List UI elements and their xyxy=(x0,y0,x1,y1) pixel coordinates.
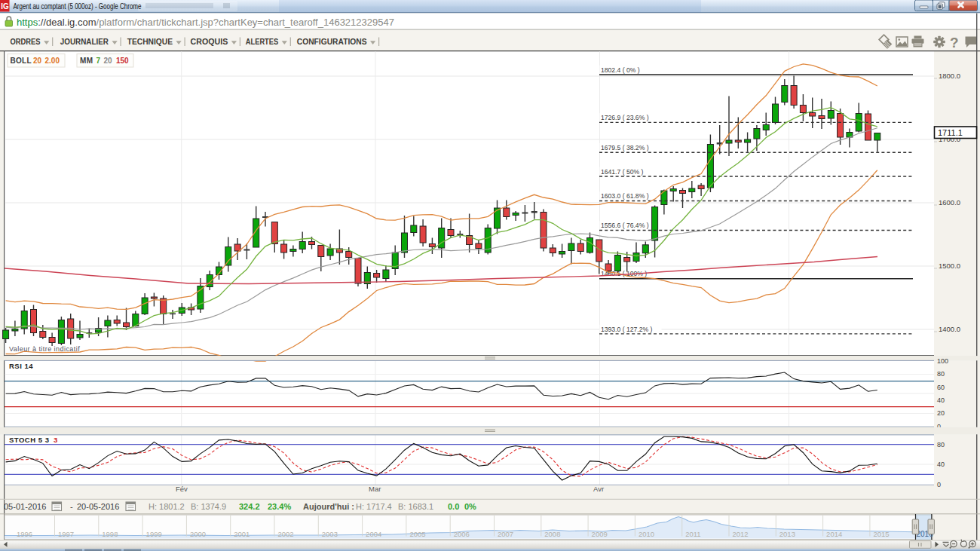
svg-text:2000: 2000 xyxy=(190,530,206,538)
svg-text:20: 20 xyxy=(33,57,42,65)
svg-text:20: 20 xyxy=(104,57,113,65)
svg-text:B: 1683.1: B: 1683.1 xyxy=(398,502,433,511)
svg-text:2009: 2009 xyxy=(592,530,608,538)
svg-text:40: 40 xyxy=(937,461,945,468)
svg-text:1641.7 ( 50% ): 1641.7 ( 50% ) xyxy=(601,168,644,176)
svg-text:Valeur à titre indicatif: Valeur à titre indicatif xyxy=(9,345,80,353)
svg-text:2001: 2001 xyxy=(234,530,250,538)
svg-text:1711.1: 1711.1 xyxy=(938,128,963,137)
svg-text:2002: 2002 xyxy=(278,530,294,538)
svg-text:https://deal.ig.com/platform/c: https://deal.ig.com/platform/chart/tickc… xyxy=(17,17,394,28)
svg-text:JOURNALIER: JOURNALIER xyxy=(60,37,109,46)
svg-text:TECHNIQUE: TECHNIQUE xyxy=(127,37,173,46)
svg-text:2012: 2012 xyxy=(733,530,749,538)
svg-text:?: ? xyxy=(950,35,959,51)
svg-text:RSI 14: RSI 14 xyxy=(9,362,33,370)
svg-text:2014: 2014 xyxy=(826,530,842,538)
svg-text:1802.4 ( 0% ): 1802.4 ( 0% ) xyxy=(601,66,640,74)
svg-text:H: 1717.4: H: 1717.4 xyxy=(356,502,392,511)
svg-text:0: 0 xyxy=(937,481,941,488)
svg-text:1400.0: 1400.0 xyxy=(939,325,960,333)
svg-text:STOCH 5 3: STOCH 5 3 xyxy=(9,436,49,444)
svg-text:3: 3 xyxy=(54,436,57,444)
svg-text:2011: 2011 xyxy=(685,530,700,538)
svg-text:Aujourd'hui :: Aujourd'hui : xyxy=(303,502,354,511)
svg-text:40: 40 xyxy=(937,396,945,404)
svg-text:2007: 2007 xyxy=(498,530,513,538)
svg-text:2.00: 2.00 xyxy=(45,57,60,65)
svg-text:2008: 2008 xyxy=(544,530,560,538)
svg-text:1999: 1999 xyxy=(146,530,162,538)
svg-text:1679.5 ( 38.2% ): 1679.5 ( 38.2% ) xyxy=(601,144,649,152)
svg-text:1996: 1996 xyxy=(17,530,32,538)
svg-text:1726.9 ( 23.6% ): 1726.9 ( 23.6% ) xyxy=(601,114,649,121)
svg-text:60: 60 xyxy=(937,384,945,391)
svg-text:BOLL: BOLL xyxy=(11,57,32,65)
svg-text:20-05-2016: 20-05-2016 xyxy=(77,502,119,511)
svg-text:2013: 2013 xyxy=(779,530,795,538)
svg-text:2010: 2010 xyxy=(639,530,654,538)
svg-text:0.0: 0.0 xyxy=(448,502,459,511)
svg-text:1603.0 ( 61.8% ): 1603.0 ( 61.8% ) xyxy=(601,192,649,200)
svg-text:2015: 2015 xyxy=(873,530,889,538)
svg-text:1997: 1997 xyxy=(58,530,74,538)
svg-text:23.4%: 23.4% xyxy=(268,502,291,511)
svg-text:2006: 2006 xyxy=(454,530,470,538)
svg-text:100: 100 xyxy=(937,357,948,365)
svg-text:0%: 0% xyxy=(464,502,476,511)
svg-text:1998: 1998 xyxy=(102,530,118,538)
svg-text:05-01-2016: 05-01-2016 xyxy=(4,502,46,511)
svg-text:1800.0: 1800.0 xyxy=(939,72,960,80)
svg-text:ALERTES: ALERTES xyxy=(246,37,278,46)
svg-text:150: 150 xyxy=(116,57,129,65)
svg-text:H: 1801.2: H: 1801.2 xyxy=(149,502,185,511)
svg-text:1500.0: 1500.0 xyxy=(939,262,960,270)
svg-text:324.2: 324.2 xyxy=(239,502,260,511)
svg-text:1556.6 ( 76.4% ): 1556.6 ( 76.4% ) xyxy=(601,222,649,229)
svg-text:Avr: Avr xyxy=(593,485,604,493)
svg-text:80: 80 xyxy=(937,441,945,448)
svg-text:CONFIGURATIONS: CONFIGURATIONS xyxy=(297,37,367,46)
svg-text:Mar: Mar xyxy=(369,485,381,493)
svg-text:MM: MM xyxy=(80,57,93,65)
svg-text:7: 7 xyxy=(96,57,101,65)
svg-text:Fév: Fév xyxy=(176,485,188,493)
svg-text:2004: 2004 xyxy=(366,530,381,538)
svg-text:Argent au comptant (5 000oz) -: Argent au comptant (5 000oz) - Google Ch… xyxy=(14,2,142,11)
svg-text:CROQUIS: CROQUIS xyxy=(191,37,228,46)
svg-text:1600.0: 1600.0 xyxy=(939,198,960,207)
svg-text:-: - xyxy=(70,502,73,511)
svg-text:2003: 2003 xyxy=(322,530,338,538)
svg-text:IG: IG xyxy=(1,2,9,11)
svg-text:2005: 2005 xyxy=(409,530,425,538)
svg-text:B: 1374.9: B: 1374.9 xyxy=(191,502,226,511)
svg-text:80: 80 xyxy=(937,370,945,378)
svg-text:1393.0 ( 127.2% ): 1393.0 ( 127.2% ) xyxy=(601,326,652,333)
svg-text:ORDRES: ORDRES xyxy=(11,37,41,46)
svg-text:20: 20 xyxy=(937,409,945,417)
